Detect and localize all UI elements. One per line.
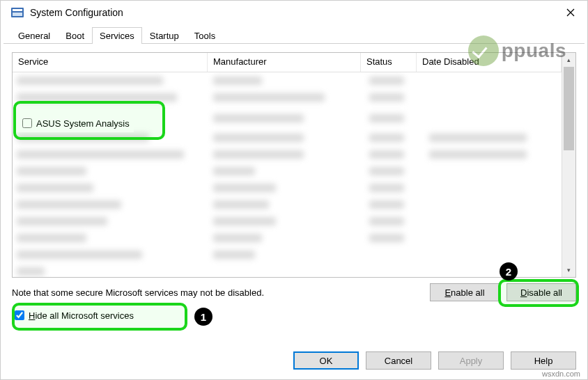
scroll-up-icon[interactable]: ▴ [562,53,575,67]
header-manufacturer[interactable]: Manufacturer [208,53,361,72]
watermark-footer: wsxdn.com [542,370,580,378]
note-text: Note that some secure Microsoft services… [12,287,423,298]
disable-all-button[interactable]: Disable all [506,283,576,301]
apply-button[interactable]: Apply [438,351,504,370]
header-service[interactable]: Service [13,53,208,72]
title-bar: System Configuration [1,1,587,24]
cancel-button[interactable]: Cancel [366,351,431,370]
service-row-asus[interactable]: ASUS System Analysis [15,114,134,132]
msconfig-icon [10,6,24,19]
svg-rect-2 [13,13,22,16]
svg-rect-1 [13,9,22,11]
scroll-track[interactable] [562,67,575,263]
service-name-asus: ASUS System Analysis [36,118,130,129]
tab-boot[interactable]: Boot [58,27,92,44]
enable-all-button[interactable]: Enable all [430,283,500,301]
ok-button[interactable]: OK [293,351,359,370]
help-button[interactable]: Help [511,351,576,370]
column-headers: Service Manufacturer Status Date Disable… [13,53,562,72]
dialog-buttons: OK Cancel Apply Help [293,351,576,370]
window-title: System Configuration [30,7,123,18]
tab-strip: General Boot Services Startup Tools [1,24,587,44]
hide-microsoft-checkbox[interactable] [15,310,24,320]
close-button[interactable] [557,1,585,24]
hide-microsoft-label[interactable]: Hide all Microsoft services [29,310,134,321]
scroll-thumb[interactable] [564,67,574,150]
list-body[interactable]: ASUS System Analysis [13,72,562,277]
scroll-down-icon[interactable]: ▾ [562,263,575,277]
tab-tools[interactable]: Tools [187,27,223,44]
tab-general[interactable]: General [10,27,58,44]
header-date-disabled[interactable]: Date Disabled [417,53,562,72]
vertical-scrollbar[interactable]: ▴ ▾ [562,53,575,277]
tab-services[interactable]: Services [92,27,142,44]
services-list: Service Manufacturer Status Date Disable… [12,52,576,278]
header-status[interactable]: Status [361,53,417,72]
service-checkbox-asus[interactable] [22,118,32,128]
tab-startup[interactable]: Startup [142,27,187,44]
